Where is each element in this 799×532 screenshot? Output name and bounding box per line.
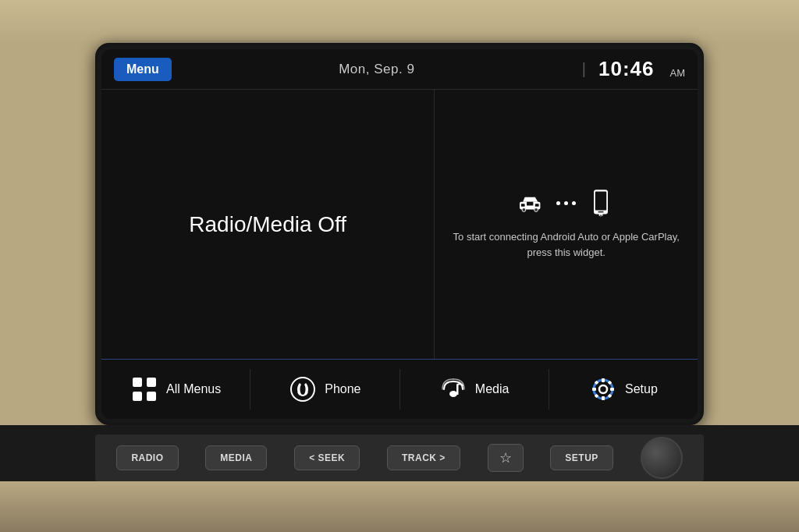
favorite-button[interactable]: ☆ [488,444,524,472]
setup-icon [589,375,617,403]
svg-point-18 [599,385,607,393]
main-content: Radio/Media Off [101,90,698,359]
svg-point-16 [449,391,457,397]
svg-rect-12 [147,378,156,387]
screen: Menu Mon, Sep. 9 | 10:46 AM Radio/Media … [101,49,698,419]
header-bar: Menu Mon, Sep. 9 | 10:46 AM [101,49,698,90]
svg-point-3 [522,208,526,212]
svg-rect-20 [602,378,605,382]
media-button[interactable]: MEDIA [205,445,267,470]
setup-physical-button[interactable]: SETUP [550,445,613,470]
radio-button[interactable]: RADIO [116,445,178,470]
nav-item-phone[interactable]: Phone [250,369,399,410]
menu-button[interactable]: Menu [114,58,172,81]
svg-rect-23 [610,388,614,391]
car-icon [517,189,545,217]
dash-bottom [0,481,799,532]
grid-icon [130,375,158,403]
svg-rect-21 [602,396,605,400]
svg-rect-11 [133,378,142,387]
dash-top [0,0,799,43]
seek-back-button[interactable]: < SEEK [294,445,360,470]
svg-point-4 [534,208,538,212]
svg-rect-17 [456,385,459,395]
svg-rect-2 [535,204,539,207]
svg-rect-10 [600,215,602,217]
nav-label-setup: Setup [625,382,658,396]
svg-rect-5 [527,202,533,206]
nav-label-all-menus: All Menus [166,382,221,396]
svg-rect-22 [592,388,596,391]
radio-status-text: Radio/Media Off [189,212,346,237]
nav-item-all-menus[interactable]: All Menus [101,369,250,410]
track-button[interactable]: TRACK > [387,445,460,470]
physical-controls-area: RADIO MEDIA < SEEK TRACK > ☆ SETUP [0,425,799,481]
svg-rect-8 [598,211,604,213]
controls-strip: RADIO MEDIA < SEEK TRACK > ☆ SETUP [95,434,704,481]
header-time: 10:46 [598,57,655,81]
tune-knob[interactable] [641,437,683,479]
connection-dots [556,201,576,205]
screen-bezel: Menu Mon, Sep. 9 | 10:46 AM Radio/Media … [95,43,704,425]
svg-rect-1 [521,204,525,207]
nav-item-media[interactable]: Media [400,369,549,410]
media-icon [439,375,467,403]
svg-point-15 [291,378,314,401]
nav-item-setup[interactable]: Setup [549,369,698,410]
header-separator: | [582,60,586,78]
header-date: Mon, Sep. 9 [184,62,570,77]
phone-icon-graphic [587,189,615,217]
svg-rect-7 [595,192,606,211]
left-panel: Radio/Media Off [101,90,435,359]
svg-rect-14 [147,392,156,401]
right-panel-connect-widget[interactable]: To start connecting Android Auto or Appl… [435,90,698,359]
nav-label-phone: Phone [325,382,360,396]
bottom-nav-bar: All Menus Phone [101,359,698,419]
header-ampm: AM [670,67,686,79]
car-phone-graphic [517,189,615,217]
phone-nav-icon [289,375,317,403]
svg-rect-13 [133,392,142,401]
connect-description-text: To start connecting Android Auto or Appl… [447,229,685,260]
nav-label-media: Media [475,382,510,396]
